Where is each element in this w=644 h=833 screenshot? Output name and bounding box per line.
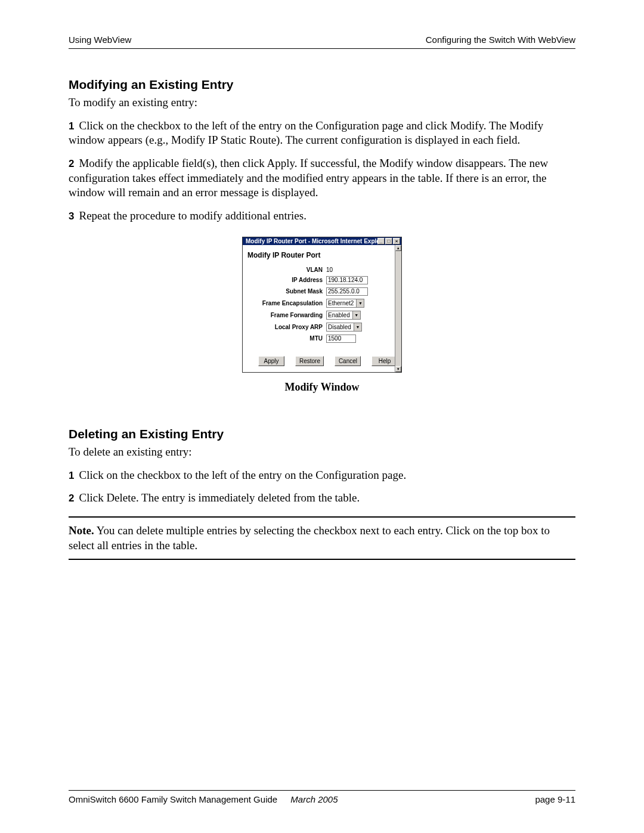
label-mtu: MTU [246,335,326,342]
row-ip: IP Address [246,276,398,284]
step-number: 1 [69,120,74,132]
input-mask[interactable] [326,287,368,296]
note-label: Note. [69,524,94,537]
note-text: You can delete multiple entries by selec… [69,524,550,552]
section-title-delete: Deleting an Existing Entry [69,427,575,441]
row-encap: Frame Encapsulation Ethernet2▼ [246,299,398,308]
footer-left: OmniSwitch 6600 Family Switch Management… [69,794,338,804]
section1-step-3: 3Repeat the procedure to modify addition… [69,209,575,224]
apply-button[interactable]: Apply [258,356,284,366]
step-text: Modify the applicable field(s), then cli… [69,157,548,199]
restore-button[interactable]: Restore [295,356,324,366]
select-arp-value: Disabled [328,324,351,330]
step-text: Click on the checkbox to the left of the… [79,469,406,481]
step-number: 2 [69,493,74,504]
select-encap-value: Ethernet2 [328,300,354,306]
row-vlan: VLAN 10 [246,267,398,273]
form-title: Modify IP Router Port [247,251,398,259]
section2-step-1: 1Click on the checkbox to the left of th… [69,468,575,483]
label-vlan: VLAN [246,267,326,273]
header-left: Using WebView [69,35,131,45]
select-fwd-value: Enabled [328,312,350,318]
value-vlan: 10 [326,267,333,273]
input-mtu[interactable] [326,335,356,343]
help-button[interactable]: Help [371,356,398,366]
step-text: Click on the checkbox to the left of the… [69,119,543,147]
section1-step-2: 2Modify the applicable field(s), then cl… [69,156,575,200]
figure-caption: Modify Window [69,381,575,394]
row-mask: Subnet Mask [246,287,398,296]
chevron-down-icon: ▼ [354,323,361,331]
ie-titlebar: Modify IP Router Port - Microsoft Intern… [243,237,401,245]
scroll-up-icon[interactable]: ▴ [395,245,401,251]
label-ip: IP Address [246,277,326,283]
scrollbar[interactable]: ▴ ▾ [395,245,401,372]
label-mask: Subnet Mask [246,288,326,295]
chevron-down-icon: ▼ [352,311,360,319]
button-row: Apply Restore Cancel Help [246,356,398,366]
cancel-button[interactable]: Cancel [335,356,361,366]
label-encap: Frame Encapsulation [246,300,326,306]
section2-intro: To delete an existing entry: [69,445,575,460]
note-block: Note. You can delete multiple entries by… [69,516,575,560]
section1-intro: To modify an existing entry: [69,95,575,110]
select-arp[interactable]: Disabled▼ [326,323,362,332]
footer-page: page 9-11 [535,794,575,804]
figure-modify-window: Modify IP Router Port - Microsoft Intern… [69,237,575,394]
step-text: Click Delete. The entry is immediately d… [79,491,360,504]
footer-date: March 2005 [290,794,338,804]
section1-step-1: 1Click on the checkbox to the left of th… [69,119,575,148]
row-arp: Local Proxy ARP Disabled▼ [246,323,398,332]
select-encap[interactable]: Ethernet2▼ [326,299,364,308]
close-button[interactable]: × [393,238,400,244]
window-controls: _ □ × [377,238,400,244]
section-title-modify: Modifying an Existing Entry [69,78,575,92]
label-fwd: Frame Forwarding [246,312,326,318]
header-right: Configuring the Switch With WebView [426,35,575,45]
step-number: 2 [69,158,74,169]
select-fwd[interactable]: Enabled▼ [326,311,361,320]
ie-body: ▴ ▾ Modify IP Router Port VLAN 10 IP Add… [243,245,401,372]
step-number: 1 [69,470,74,481]
ie-window: Modify IP Router Port - Microsoft Intern… [242,237,402,373]
step-text: Repeat the procedure to modify additiona… [79,209,306,222]
row-fwd: Frame Forwarding Enabled▼ [246,311,398,320]
running-footer: OmniSwitch 6600 Family Switch Management… [69,790,575,804]
label-arp: Local Proxy ARP [246,324,326,330]
input-ip[interactable] [326,276,368,284]
ie-title-text: Modify IP Router Port - Microsoft Intern… [246,238,377,244]
scroll-down-icon[interactable]: ▾ [395,366,401,372]
row-mtu: MTU [246,335,398,343]
footer-guide: OmniSwitch 6600 Family Switch Management… [69,794,277,804]
chevron-down-icon: ▼ [356,299,364,307]
section2-step-2: 2Click Delete. The entry is immediately … [69,491,575,506]
running-header: Using WebView Configuring the Switch Wit… [69,35,575,49]
maximize-button[interactable]: □ [385,238,392,244]
minimize-button[interactable]: _ [377,238,385,244]
step-number: 3 [69,210,74,222]
